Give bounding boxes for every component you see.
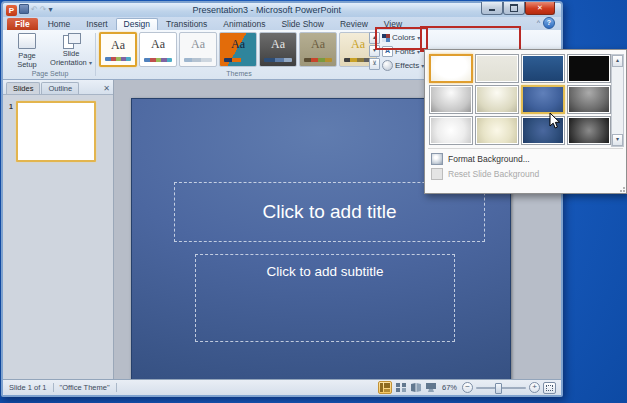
chevron-down-icon: ▾ [417, 48, 420, 55]
normal-view-icon[interactable] [378, 381, 392, 394]
zoom-in-icon[interactable]: + [529, 382, 540, 393]
undo-icon[interactable]: ↶ [31, 5, 38, 15]
ribbon-tab-strip: FileHomeInsertDesignTransitionsAnimation… [3, 17, 561, 30]
background-style-swatch[interactable] [475, 85, 519, 114]
title-bar[interactable]: P ↶ ↷ ▾ Presentation3 - Microsoft PowerP… [3, 3, 561, 17]
theme-thumbnail[interactable]: Aa [139, 32, 177, 67]
background-style-swatch[interactable] [567, 116, 611, 145]
collapse-ribbon-icon[interactable]: ^ [537, 19, 540, 27]
background-style-swatch[interactable] [521, 54, 565, 83]
desktop: P ↶ ↷ ▾ Presentation3 - Microsoft PowerP… [0, 0, 627, 403]
slideshow-icon[interactable] [425, 382, 437, 393]
slide-counter[interactable]: Slide 1 of 1 [3, 383, 53, 392]
dropdown-resize-grip[interactable] [618, 185, 625, 192]
scroll-down-icon[interactable]: ▾ [612, 134, 623, 146]
panel-close-icon[interactable]: ✕ [103, 84, 110, 94]
colors-icon [382, 34, 390, 42]
ribbon-tab[interactable]: Review [332, 18, 376, 30]
status-bar: Slide 1 of 1 "Office Theme" 67% − [3, 379, 561, 395]
format-background-icon [431, 168, 443, 180]
subtitle-placeholder[interactable]: Click to add subtitle [195, 254, 455, 342]
theme-thumbnail[interactable]: Aa [99, 32, 137, 67]
dropdown-menu-item[interactable]: Format Background... [427, 151, 624, 166]
zoom-slider[interactable] [476, 387, 526, 389]
theme-tools: Colors ▾ A Fonts ▾ Effects ▾ [381, 31, 425, 77]
panel-tab[interactable]: Slides [6, 82, 40, 94]
background-style-swatch[interactable] [567, 85, 611, 114]
powerpoint-app-icon[interactable]: P [6, 5, 17, 16]
page-setup-button[interactable]: Page Setup [6, 32, 48, 70]
ribbon-tab[interactable]: Design [116, 18, 158, 30]
maximize-button[interactable] [503, 2, 525, 15]
panel-tab[interactable]: Outline [41, 82, 79, 94]
slide-number: 1 [9, 103, 13, 162]
save-icon[interactable] [19, 4, 29, 17]
page-setup-icon [18, 33, 36, 49]
ribbon-tab[interactable]: Transitions [158, 18, 215, 30]
background-style-swatch[interactable] [429, 85, 473, 114]
format-background-icon [431, 153, 443, 165]
background-style-swatch[interactable] [475, 54, 519, 83]
scroll-up-icon[interactable]: ▴ [612, 55, 623, 67]
theme-thumbnail[interactable]: Aa [259, 32, 297, 67]
zoom-out-icon[interactable]: − [462, 382, 473, 393]
background-style-swatch[interactable] [521, 116, 565, 145]
gallery-up-icon[interactable]: ▴ [369, 32, 380, 44]
ribbon-tab[interactable]: Slide Show [273, 18, 332, 30]
background-style-swatch[interactable] [475, 116, 519, 145]
colors-button[interactable]: Colors ▾ [381, 31, 425, 44]
dropdown-menu-item[interactable]: Reset Slide Background [427, 166, 624, 181]
minimize-button[interactable] [481, 2, 503, 15]
quick-access-toolbar: P ↶ ↷ ▾ [3, 4, 52, 17]
background-style-swatch[interactable] [521, 85, 565, 114]
ribbon-tab[interactable]: Insert [78, 18, 115, 30]
background-styles-dropdown: ▴ ▾ Format Background... Reset Slide Bac… [424, 49, 627, 194]
slides-panel: SlidesOutline ✕ 1 [3, 80, 114, 380]
theme-name[interactable]: "Office Theme" [54, 383, 116, 392]
theme-thumbnail[interactable]: Aa [299, 32, 337, 67]
redo-icon[interactable]: ↷ [40, 5, 47, 15]
slide-thumbnail[interactable] [16, 101, 96, 162]
window-title: Presentation3 - Microsoft PowerPoint [52, 5, 481, 15]
ribbon-tab[interactable]: Home [40, 18, 79, 30]
ribbon-tab[interactable]: View [376, 18, 410, 30]
themes-gallery: Aa Aa Aa Aa Aa [97, 30, 381, 78]
ribbon-tab[interactable]: File [7, 18, 38, 30]
theme-thumbnail[interactable]: Aa [219, 32, 257, 67]
background-style-swatch[interactable] [567, 54, 611, 83]
fonts-icon: A [382, 46, 393, 57]
gallery-down-icon[interactable]: ▾ [369, 45, 380, 57]
themes-gallery-scroll: ▴ ▾ ⊻ [369, 32, 380, 70]
reading-view-icon[interactable] [410, 382, 422, 393]
ribbon-tab[interactable]: Animations [215, 18, 273, 30]
group-label: Page Setup [5, 70, 95, 77]
page-setup-group: Page Setup Slide Orientation ▾ Page Setu… [5, 30, 95, 78]
chevron-down-icon: ▾ [417, 34, 420, 41]
help-icon[interactable]: ? [543, 17, 555, 29]
fit-to-window-icon[interactable] [543, 382, 556, 394]
slide-orientation-icon [63, 33, 79, 47]
group-label: Themes [97, 70, 381, 77]
gallery-more-icon[interactable]: ⊻ [369, 58, 380, 70]
slide-orientation-button[interactable]: Slide Orientation ▾ [50, 32, 92, 70]
window-controls: ✕ [481, 2, 555, 15]
effects-button[interactable]: Effects ▾ [381, 59, 425, 72]
zoom-level[interactable]: 67% [440, 383, 459, 392]
effects-icon [382, 60, 393, 71]
fonts-button[interactable]: A Fonts ▾ [381, 45, 425, 58]
background-style-swatch[interactable] [429, 54, 473, 83]
slide-sorter-icon[interactable] [395, 382, 407, 393]
background-style-swatch[interactable] [429, 116, 473, 145]
theme-thumbnail[interactable]: Aa [179, 32, 217, 67]
zoom-slider-thumb[interactable] [495, 383, 502, 394]
chevron-down-icon: ▾ [89, 60, 92, 66]
dropdown-scrollbar: ▴ ▾ [611, 54, 624, 147]
close-button[interactable]: ✕ [525, 2, 555, 15]
